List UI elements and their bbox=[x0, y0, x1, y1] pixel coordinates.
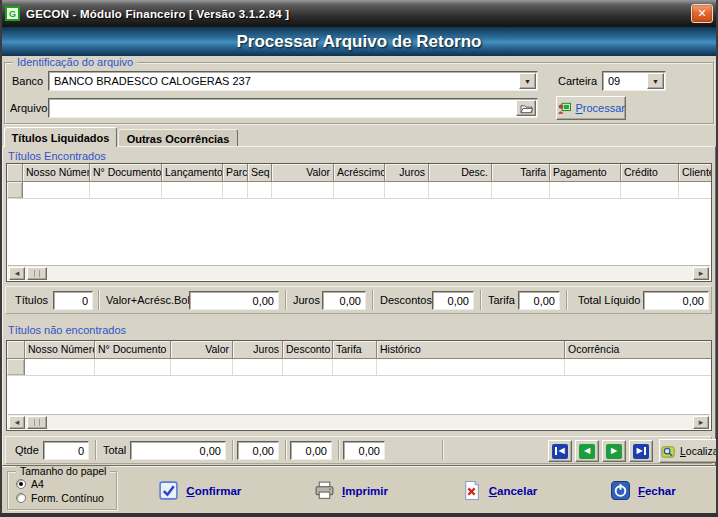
column-header[interactable]: Desconto bbox=[283, 341, 333, 359]
close-button[interactable]: ✕ bbox=[691, 4, 713, 23]
cancelar-label: Cancelar bbox=[489, 485, 538, 497]
column-header[interactable]: Seq bbox=[248, 164, 272, 182]
valor-acresc-label: Valor+Acrésc.Bol bbox=[106, 294, 190, 306]
app-icon: G bbox=[5, 6, 20, 21]
scrollbar-thumb[interactable] bbox=[27, 267, 47, 280]
scroll-right-icon[interactable]: ▸ bbox=[693, 416, 709, 429]
column-header[interactable]: Tarifa bbox=[333, 341, 377, 359]
total-juros-field: 0,00 bbox=[237, 441, 279, 460]
file-id-group-label: Identificação do arquivo bbox=[13, 56, 137, 68]
scroll-left-icon[interactable]: ◂ bbox=[9, 416, 25, 429]
nav-last-button[interactable]: ▶ bbox=[629, 440, 653, 462]
close-icon: ✕ bbox=[697, 7, 706, 19]
total-liquido-field: 0,00 bbox=[643, 291, 709, 310]
qtde-field: 0 bbox=[43, 441, 89, 460]
tab-label: Outras Ocorrências bbox=[127, 133, 230, 145]
banco-dropdown-icon[interactable]: ▼ bbox=[519, 73, 536, 89]
radio-a4[interactable] bbox=[16, 479, 26, 489]
thumb-grip bbox=[34, 419, 40, 426]
juros-field: 0,00 bbox=[322, 291, 366, 310]
column-header[interactable]: Nosso Número bbox=[25, 341, 95, 359]
column-header[interactable]: Pagamento bbox=[550, 164, 621, 182]
nav-next-button[interactable]: ▶ bbox=[602, 440, 626, 462]
divider bbox=[480, 290, 482, 310]
found-section-label: Títulos Encontrados bbox=[8, 150, 106, 162]
nav-next-icon: ▶ bbox=[606, 444, 622, 459]
divider bbox=[566, 290, 568, 310]
nav-prev-button[interactable]: ◀ bbox=[575, 440, 599, 462]
printer-icon bbox=[314, 480, 335, 501]
column-header[interactable]: Nosso Número bbox=[23, 164, 90, 182]
cancelar-button[interactable]: Cancelar bbox=[461, 480, 538, 501]
fechar-label: Fechar bbox=[638, 485, 676, 497]
column-header[interactable]: Valor bbox=[272, 164, 334, 182]
banco-label: Banco bbox=[12, 75, 43, 87]
column-header[interactable]: Valor bbox=[171, 341, 233, 359]
scrollbar-thumb[interactable] bbox=[27, 416, 47, 429]
row-indicator-cell bbox=[7, 359, 25, 375]
processar-icon bbox=[557, 101, 571, 116]
banco-combobox[interactable]: BANCO BRADESCO CALOGERAS 237 ▼ bbox=[48, 71, 538, 91]
not-found-grid-hscrollbar[interactable]: ◂ ▸ bbox=[8, 414, 710, 429]
row-indicator-header bbox=[7, 164, 23, 182]
carteira-label: Carteira bbox=[558, 75, 597, 87]
column-header[interactable]: Histórico bbox=[377, 341, 565, 359]
processar-button[interactable]: Processar bbox=[556, 96, 626, 120]
valor-acresc-field: 0,00 bbox=[189, 291, 279, 310]
arquivo-input[interactable] bbox=[48, 98, 538, 118]
column-header[interactable]: Lançamento bbox=[162, 164, 223, 182]
divider bbox=[285, 290, 287, 310]
confirmar-button[interactable]: Confirmar bbox=[158, 480, 241, 501]
radio-a4-label: A4 bbox=[31, 478, 44, 490]
carteira-dropdown-icon[interactable]: ▼ bbox=[647, 73, 664, 89]
divider bbox=[98, 290, 100, 310]
scroll-left-icon[interactable]: ◂ bbox=[9, 267, 25, 280]
nav-first-icon: ◀ bbox=[555, 447, 564, 455]
row-indicator-cell bbox=[7, 182, 23, 198]
tab-titulos-liquidados[interactable]: Títulos Liquidados bbox=[4, 127, 117, 147]
footer-bar: Tamanho do papel A4 Form. Contínuo Confi… bbox=[2, 466, 716, 513]
scroll-right-icon[interactable]: ▸ bbox=[693, 267, 709, 280]
divider bbox=[372, 290, 374, 310]
thumb-grip bbox=[34, 270, 40, 277]
localizar-button[interactable]: Localizar bbox=[659, 439, 718, 463]
found-grid-hscrollbar[interactable]: ◂ ▸ bbox=[8, 265, 710, 280]
total-label: Total bbox=[103, 444, 126, 456]
processar-label: Processar bbox=[575, 102, 625, 114]
tab-outras-ocorrencias[interactable]: Outras Ocorrências bbox=[118, 129, 238, 147]
browse-file-button[interactable] bbox=[516, 100, 536, 116]
nav-prev-icon: ◀ bbox=[579, 444, 595, 459]
table-row[interactable] bbox=[7, 359, 711, 376]
column-header[interactable]: Juros bbox=[233, 341, 283, 359]
column-header[interactable]: N° Documento bbox=[90, 164, 162, 182]
column-header[interactable]: Ocorrência bbox=[565, 341, 711, 359]
radio-form-continuo-label: Form. Contínuo bbox=[31, 492, 104, 504]
carteira-combobox[interactable]: 09 ▼ bbox=[602, 71, 666, 91]
carteira-value: 09 bbox=[603, 75, 647, 87]
cancel-document-icon bbox=[461, 480, 482, 501]
column-header[interactable]: Crédito bbox=[621, 164, 679, 182]
descontos-label: Descontos bbox=[380, 294, 432, 306]
fechar-button[interactable]: Fechar bbox=[610, 480, 676, 501]
window-border-bottom bbox=[0, 513, 718, 517]
divider bbox=[442, 440, 444, 460]
not-found-section-label: Títulos não encontrados bbox=[8, 324, 126, 336]
total-field: 0,00 bbox=[130, 441, 226, 460]
arquivo-label: Arquivo bbox=[10, 102, 47, 114]
table-row[interactable] bbox=[7, 182, 711, 199]
imprimir-button[interactable]: Imprimir bbox=[314, 480, 388, 501]
column-header[interactable]: Tarifa bbox=[492, 164, 550, 182]
divider bbox=[95, 440, 97, 460]
column-header[interactable]: Desc. bbox=[429, 164, 492, 182]
column-header[interactable]: Acréscimo bbox=[334, 164, 385, 182]
page-title: Processar Arquivo de Retorno bbox=[237, 32, 482, 52]
column-header[interactable]: Parc bbox=[223, 164, 248, 182]
divider bbox=[338, 440, 340, 460]
radio-form-continuo[interactable] bbox=[16, 493, 26, 503]
localizar-magnifier-icon bbox=[661, 444, 676, 459]
column-header[interactable]: Juros bbox=[385, 164, 429, 182]
title-bar[interactable]: G GECON - Módulo Financeiro [ Versão 3.1… bbox=[0, 0, 718, 27]
nav-first-button[interactable]: ◀ bbox=[548, 440, 572, 462]
column-header[interactable]: N° Documento bbox=[95, 341, 171, 359]
column-header[interactable]: Cliente bbox=[679, 164, 711, 182]
